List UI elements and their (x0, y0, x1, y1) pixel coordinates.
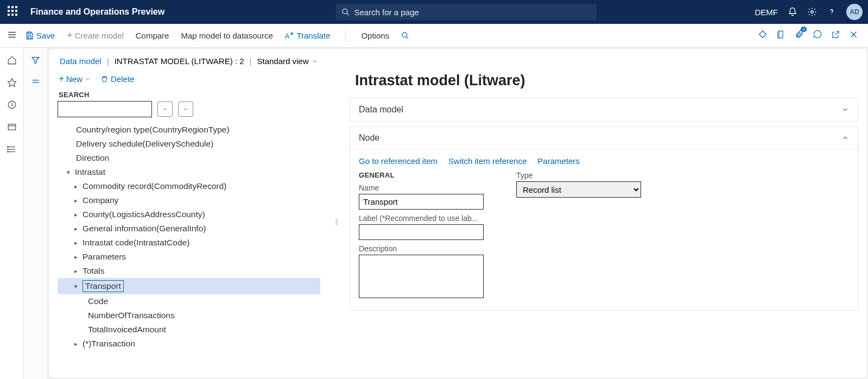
save-button[interactable]: Save (24, 29, 56, 42)
breadcrumb-root[interactable]: Data model (60, 56, 102, 66)
user-avatar[interactable]: AD (846, 4, 863, 20)
svg-line-11 (407, 37, 408, 39)
caret-down-icon: ▾ (73, 283, 79, 290)
svg-point-0 (343, 9, 347, 14)
company-code[interactable]: DEMF (755, 8, 778, 17)
link-parameters[interactable]: Parameters (537, 156, 580, 166)
name-field[interactable] (359, 194, 484, 210)
svg-rect-9 (28, 36, 31, 39)
app-launcher-icon[interactable] (8, 6, 20, 18)
tree-node[interactable]: ▸Company (58, 193, 320, 207)
separator: | (250, 56, 252, 66)
home-icon[interactable] (7, 55, 17, 68)
diamond-icon[interactable] (758, 29, 768, 42)
search-up-button[interactable] (157, 102, 173, 117)
new-button[interactable]: + New (59, 73, 91, 84)
search-section-label: SEARCH (59, 91, 324, 99)
compare-label: Compare (136, 31, 169, 40)
svg-point-2 (811, 11, 814, 14)
tree-node[interactable]: TotalInvoicedAmount (58, 323, 320, 337)
main-nav-rail (0, 48, 24, 379)
star-icon[interactable] (7, 78, 17, 90)
tree-search-input[interactable] (58, 101, 152, 117)
filter-rail (24, 48, 48, 379)
chevron-down-icon (182, 106, 189, 112)
description-field[interactable] (359, 255, 484, 298)
caret-right-icon: ▸ (73, 197, 79, 204)
hamburger-icon[interactable] (4, 30, 20, 42)
caret-right-icon: ▸ (73, 254, 79, 261)
chevron-up-icon (841, 134, 849, 142)
svg-point-22 (7, 147, 8, 148)
map-model-button[interactable]: Map model to datasource (180, 29, 274, 42)
svg-rect-8 (28, 32, 31, 34)
tree-node[interactable]: ▸General information(GeneralInfo) (58, 222, 320, 236)
view-label: Standard view (257, 56, 308, 66)
map-model-label: Map model to datasource (181, 31, 273, 40)
trash-icon (100, 75, 109, 83)
tree-node[interactable]: Code (58, 294, 320, 308)
svg-point-23 (7, 149, 8, 150)
filter-icon[interactable] (31, 55, 40, 67)
svg-rect-17 (8, 124, 16, 130)
global-search-input[interactable] (354, 8, 591, 17)
caret-right-icon: ▸ (73, 268, 79, 275)
help-icon[interactable] (827, 7, 837, 17)
section-title: Data model (359, 105, 403, 115)
tree-node[interactable]: ▸Intrastat code(IntrastatCode) (58, 236, 320, 250)
global-search-box[interactable] (336, 4, 597, 20)
section-data-model: Data model (350, 98, 858, 122)
section-header[interactable]: Node (350, 127, 858, 149)
tree-node[interactable]: ▸Totals (58, 264, 320, 278)
tree-node[interactable]: NumberOfTransactions (58, 308, 320, 323)
delete-label: Delete (111, 74, 134, 84)
tree-node[interactable]: ▾Intrastat (58, 165, 320, 179)
options-button[interactable]: Options (360, 29, 390, 42)
bell-icon[interactable] (788, 7, 797, 17)
view-selector[interactable]: Standard view (257, 56, 318, 66)
tree-node[interactable]: Delivery schedule(DeliverySchedule) (58, 137, 320, 151)
tree-node[interactable]: Direction (58, 151, 320, 165)
translate-button[interactable]: A✶ Translate (284, 28, 332, 42)
tree-node[interactable]: ▸(*)Transaction (58, 337, 320, 351)
search-down-button[interactable] (178, 102, 193, 117)
compare-button[interactable]: Compare (135, 29, 170, 42)
modules-icon[interactable] (7, 144, 17, 157)
type-field[interactable]: Record list (516, 181, 641, 198)
tree-node[interactable]: ▸Commodity record(CommodityRecord) (58, 179, 320, 193)
tree-node-selected[interactable]: ▾Transport (58, 278, 320, 294)
popout-icon[interactable] (831, 30, 840, 42)
workspace-icon[interactable] (7, 122, 17, 135)
tree-node[interactable]: ▸Parameters (58, 250, 320, 264)
create-model-button[interactable]: + Create model (66, 28, 125, 43)
svg-rect-12 (759, 31, 766, 38)
breadcrumb-title: INTRASTAT MODEL (LITWARE) : 2 (115, 56, 244, 66)
splitter-handle[interactable]: ‖ (334, 70, 339, 372)
caret-right-icon: ▸ (73, 211, 79, 218)
attachment-icon[interactable]: 0 (794, 29, 804, 42)
label-field[interactable] (359, 224, 484, 240)
paper-icon[interactable] (776, 30, 785, 42)
close-icon[interactable] (849, 30, 858, 42)
section-header[interactable]: Data model (350, 98, 858, 121)
search-icon (341, 8, 350, 16)
chevron-down-icon (85, 76, 91, 82)
recent-icon[interactable] (7, 100, 17, 112)
model-tree: Country/region type(CountryRegionType) D… (58, 123, 324, 362)
inline-search-button[interactable] (400, 29, 410, 42)
link-switch-reference[interactable]: Switch item reference (448, 156, 527, 166)
gear-icon[interactable] (807, 7, 817, 17)
tree-node[interactable]: Country/region type(CountryRegionType) (58, 123, 320, 137)
refresh-icon[interactable] (813, 29, 822, 42)
section-node: Node Go to referenced item Switch item r… (350, 126, 858, 311)
svg-marker-15 (8, 79, 16, 87)
attachment-badge: 0 (801, 27, 807, 32)
link-go-to-referenced[interactable]: Go to referenced item (359, 156, 438, 166)
caret-right-icon: ▸ (73, 225, 79, 232)
svg-line-1 (347, 13, 349, 15)
related-icon[interactable] (31, 77, 40, 89)
tree-node[interactable]: ▸County(LogisticsAddressCounty) (58, 207, 320, 222)
svg-point-10 (402, 33, 407, 37)
delete-button[interactable]: Delete (100, 73, 134, 84)
translate-label: Translate (296, 31, 330, 40)
